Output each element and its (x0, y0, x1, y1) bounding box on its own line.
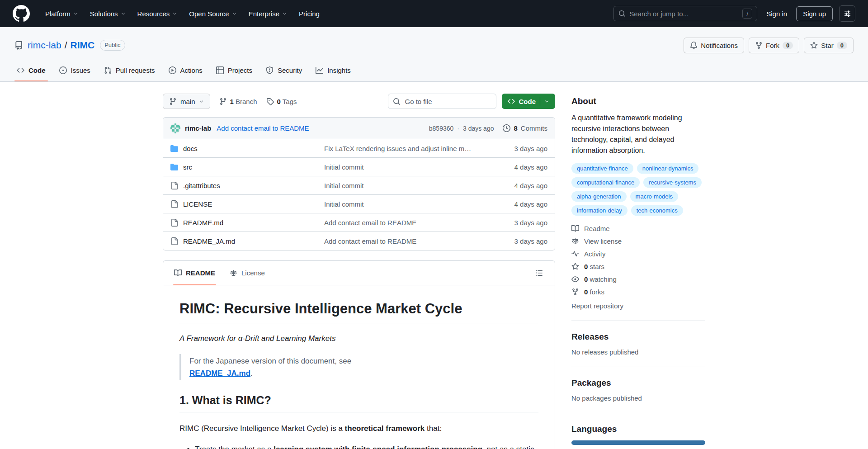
file-link[interactable]: docs (170, 145, 324, 152)
tab-code[interactable]: Code (10, 59, 52, 81)
commit-message-link[interactable]: Add contact email to README (217, 124, 309, 132)
readme-intro: RIMC (Recursive Intelligence Market Cycl… (179, 422, 538, 435)
code-download-button[interactable]: Code (502, 94, 556, 109)
nav-item-open-source[interactable]: Open Source (184, 6, 241, 21)
nav-item-resources[interactable]: Resources (133, 6, 182, 21)
dot-separator: · (457, 125, 459, 132)
readme-title: RIMC: Recursive Intelligence Market Cycl… (179, 301, 538, 323)
watching-link[interactable]: 0 watching (571, 275, 705, 283)
outline-button[interactable] (531, 265, 547, 281)
packages-section: Packages No packages published (571, 367, 705, 402)
file-link[interactable]: LICENSE (170, 200, 324, 208)
fork-icon (571, 288, 579, 296)
chevron-down-icon (544, 99, 549, 104)
appearance-settings-button[interactable] (839, 5, 855, 22)
packages-title[interactable]: Packages (571, 378, 705, 388)
topic-list: quantitative-finance nonlinear-dynamics … (571, 163, 705, 216)
language-bar[interactable] (571, 440, 705, 445)
readme-link[interactable]: Readme (571, 225, 705, 232)
graph-icon (316, 66, 323, 74)
table-row: README.md Add contact email to README 3 … (163, 213, 555, 232)
avatar[interactable] (170, 123, 180, 133)
star-button[interactable]: Star 0 (804, 38, 854, 53)
file-link[interactable]: README.md (170, 219, 324, 227)
stars-link[interactable]: 0 stars (571, 263, 705, 270)
topic-tag[interactable]: macro-models (630, 191, 678, 202)
tab-pull-requests[interactable]: Pull requests (97, 59, 162, 81)
visibility-badge: Public (100, 40, 125, 51)
global-search-input[interactable]: Search or jump to... / (613, 6, 757, 21)
tab-projects[interactable]: Projects (209, 59, 259, 81)
topic-tag[interactable]: tech-economics (631, 205, 683, 216)
file-commit-message[interactable]: Initial commit (324, 200, 480, 208)
about-title: About (571, 96, 705, 106)
commit-author-link[interactable]: rimc-lab (185, 124, 211, 132)
github-logo-icon[interactable] (13, 5, 30, 22)
tab-issues[interactable]: Issues (52, 59, 97, 81)
chevron-down-icon (73, 11, 78, 16)
file-link[interactable]: .gitattributes (170, 182, 324, 189)
topic-tag[interactable]: recursive-systems (643, 177, 702, 188)
tab-license[interactable]: License (222, 261, 272, 285)
file-commit-message[interactable]: Initial commit (324, 182, 480, 189)
nav-item-pricing[interactable]: Pricing (294, 6, 324, 21)
table-row: .gitattributes Initial commit 4 days ago (163, 176, 555, 194)
nav-item-solutions[interactable]: Solutions (85, 6, 130, 21)
view-license-link[interactable]: View license (571, 237, 705, 245)
nav-item-platform[interactable]: Platform (41, 6, 83, 21)
file-commit-message[interactable]: Add contact email to README (324, 219, 480, 227)
go-to-file-input[interactable] (388, 94, 496, 109)
file-link[interactable]: src (170, 163, 324, 171)
commit-sha-link[interactable]: b859360 (429, 125, 454, 132)
go-to-file-field[interactable] (404, 97, 496, 106)
file-commit-message[interactable]: Fix LaTeX rendering issues and adjust in… (324, 145, 480, 152)
folder-icon (170, 145, 178, 152)
fork-icon (755, 42, 763, 49)
topic-tag[interactable]: nonlinear-dynamics (637, 163, 699, 174)
file-commit-message[interactable]: Initial commit (324, 163, 480, 171)
activity-link[interactable]: Activity (571, 250, 705, 258)
tab-security[interactable]: Security (259, 59, 309, 81)
list-unordered-icon (535, 269, 543, 277)
releases-title[interactable]: Releases (571, 332, 705, 342)
branches-link[interactable]: 1 Branch (219, 98, 257, 105)
star-count: 0 (837, 42, 847, 49)
scales-icon (230, 269, 237, 277)
forks-link[interactable]: 0 forks (571, 288, 705, 296)
branch-toolbar: main 1 Branch 0 Tags Code (163, 94, 555, 109)
chevron-down-icon (232, 11, 237, 16)
tags-link[interactable]: 0 Tags (266, 98, 297, 105)
search-placeholder: Search or jump to... (629, 10, 689, 18)
file-link[interactable]: README_JA.md (170, 237, 324, 245)
tab-readme[interactable]: README (167, 261, 222, 285)
tab-insights[interactable]: Insights (309, 59, 358, 81)
releases-section: Releases No releases published (571, 321, 705, 356)
star-icon (571, 263, 579, 270)
repo-name-link[interactable]: RIMC (71, 40, 95, 51)
repo-owner-link[interactable]: rimc-lab (28, 40, 61, 51)
repo-separator: / (65, 40, 67, 51)
tab-actions[interactable]: Actions (162, 59, 209, 81)
file-commit-time: 3 days ago (480, 145, 547, 152)
topic-tag[interactable]: information-delay (571, 205, 627, 216)
topic-tag[interactable]: quantitative-finance (571, 163, 633, 174)
readme-ja-link[interactable]: README_JA.md (189, 369, 250, 378)
fork-button[interactable]: Fork 0 (749, 38, 799, 53)
sign-in-link[interactable]: Sign in (764, 7, 790, 20)
file-commit-message[interactable]: Add contact email to README (324, 237, 480, 245)
repo-header: rimc-lab / RIMC Public Notifications For… (0, 27, 868, 82)
topic-tag[interactable]: alpha-generation (571, 191, 627, 202)
branch-selector-button[interactable]: main (163, 94, 210, 109)
commit-history-link[interactable]: 8 Commits (503, 124, 547, 132)
book-icon (571, 225, 579, 232)
file-commit-time: 3 days ago (480, 237, 547, 245)
search-icon (618, 10, 626, 17)
notifications-button[interactable]: Notifications (684, 38, 744, 53)
fork-count: 0 (783, 42, 793, 49)
play-icon (169, 66, 176, 74)
topic-tag[interactable]: computational-finance (571, 177, 640, 188)
nav-item-enterprise[interactable]: Enterprise (244, 6, 292, 21)
sign-up-button[interactable]: Sign up (796, 6, 833, 21)
report-repository-link[interactable]: Report repository (571, 302, 705, 310)
site-header: Platform Solutions Resources Open Source… (0, 0, 868, 27)
